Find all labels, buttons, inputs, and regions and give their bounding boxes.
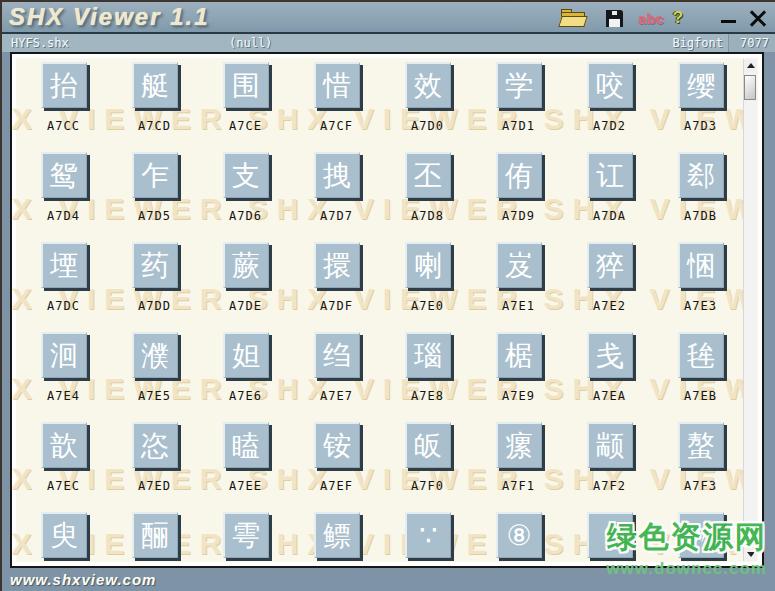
glyph-button[interactable]: 皈 (405, 422, 451, 468)
glyph-button[interactable]: 郄 (678, 152, 724, 198)
glyph-cell: ᵉ (564, 512, 655, 568)
glyph-cell: 歆A7EC (18, 422, 109, 512)
glyph-code-label: A7DD (138, 299, 171, 313)
glyph-button[interactable]: 侑 (496, 152, 542, 198)
glyph-cell: 悃A7E3 (655, 242, 746, 332)
glyph-button[interactable]: ᵉ (587, 512, 633, 558)
glyph-button[interactable]: ∵ (405, 512, 451, 558)
glyph-button[interactable]: 悃 (678, 242, 724, 288)
glyph-button[interactable]: 铵 (314, 422, 360, 468)
glyph-cell: 瞌A7EE (200, 422, 291, 512)
glyph-button[interactable]: 丕 (405, 152, 451, 198)
glyph-cell: 毪A7EB (655, 332, 746, 422)
glyph-cell: 讧A7DA (564, 152, 655, 242)
glyph-code-label: A7EB (684, 389, 717, 403)
glyph-button[interactable]: 艇 (132, 62, 178, 108)
help-button[interactable]: ? (668, 8, 688, 28)
glyph-code-label: A7D0 (411, 119, 444, 133)
glyph-code-label: A7D1 (502, 119, 535, 133)
glyph-code-label: A7E8 (411, 389, 444, 403)
glyph-code-label: A7DC (47, 299, 80, 313)
glyph-code-label: A7D2 (593, 119, 626, 133)
website-label: www.shxview.com (10, 571, 156, 588)
glyph-button[interactable]: 妲 (223, 332, 269, 378)
glyph-button[interactable]: 鳔 (314, 512, 360, 558)
glyph-code-label: A7D5 (138, 209, 171, 223)
glyph-button[interactable]: 围 (223, 62, 269, 108)
glyph-button[interactable]: 恣 (132, 422, 178, 468)
glyph-button[interactable]: 学 (496, 62, 542, 108)
glyph-button[interactable]: 雩 (223, 512, 269, 558)
glyph-button[interactable]: 瑙 (405, 332, 451, 378)
glyph-button[interactable]: 螯 (678, 422, 724, 468)
glyph-code-label: A7E5 (138, 389, 171, 403)
glyph-cell: 堙A7DC (18, 242, 109, 332)
status-glyph-count: 7077 (740, 36, 769, 50)
glyph-button[interactable]: 缨 (678, 62, 724, 108)
glyph-cell: 臾 (18, 512, 109, 568)
glyph-cell: 颛A7F2 (564, 422, 655, 512)
glyph-code-label: A7F2 (593, 479, 626, 493)
vertical-scrollbar[interactable] (743, 59, 757, 561)
minimize-icon (721, 20, 736, 23)
scroll-down-arrow-icon[interactable] (744, 548, 757, 561)
glyph-button[interactable]: 〃 (678, 512, 724, 558)
scroll-up-arrow-icon[interactable] (744, 59, 757, 72)
glyph-button[interactable]: 拽 (314, 152, 360, 198)
glyph-cell: ⑧ (473, 512, 564, 568)
glyph-code-label: A7E1 (502, 299, 535, 313)
glyph-button[interactable]: ⑧ (496, 512, 542, 558)
glyph-code-label: A7DE (229, 299, 262, 313)
glyph-cell: 蕨A7DE (200, 242, 291, 332)
glyph-cell: 洄A7E4 (18, 332, 109, 422)
glyph-button[interactable]: 乍 (132, 152, 178, 198)
glyph-cell: 乍A7D5 (109, 152, 200, 242)
glyph-button[interactable]: 讧 (587, 152, 633, 198)
glyph-button[interactable]: 惜 (314, 62, 360, 108)
glyph-button[interactable]: 毪 (678, 332, 724, 378)
glyph-cell: 猝A7E2 (564, 242, 655, 332)
glyph-button[interactable]: 堙 (41, 242, 87, 288)
glyph-button[interactable]: 支 (223, 152, 269, 198)
glyph-button[interactable]: 喇 (405, 242, 451, 288)
glyph-cell: 抬A7CC (18, 62, 109, 152)
glyph-button[interactable]: 戋 (587, 332, 633, 378)
glyph-code-label: A7E0 (411, 299, 444, 313)
glyph-cell: 恣A7ED (109, 422, 200, 512)
scrollbar-thumb[interactable] (744, 75, 756, 100)
glyph-button[interactable]: 椐 (496, 332, 542, 378)
glyph-button[interactable]: 酾 (132, 512, 178, 558)
glyph-button[interactable]: 濮 (132, 332, 178, 378)
glyph-button[interactable]: 岌 (496, 242, 542, 288)
minimize-button[interactable] (718, 8, 740, 28)
glyph-button[interactable]: 效 (405, 62, 451, 108)
glyph-button[interactable]: 颛 (587, 422, 633, 468)
open-file-button[interactable] (560, 8, 586, 28)
glyph-button[interactable]: 药 (132, 242, 178, 288)
text-preview-button[interactable]: abc (634, 8, 668, 28)
glyph-button[interactable]: 瞌 (223, 422, 269, 468)
glyph-button[interactable]: 洄 (41, 332, 87, 378)
glyph-button[interactable]: 擐 (314, 242, 360, 288)
glyph-button[interactable]: 猝 (587, 242, 633, 288)
glyph-cell: 鸳A7D4 (18, 152, 109, 242)
glyph-button[interactable]: 鸳 (41, 152, 87, 198)
glyph-cell: 椐A7E9 (473, 332, 564, 422)
glyph-button[interactable]: 歆 (41, 422, 87, 468)
status-filename: HYFS.shx (11, 36, 69, 50)
glyph-cell: 学A7D1 (473, 62, 564, 152)
glyph-button[interactable]: 绉 (314, 332, 360, 378)
glyph-button[interactable]: 咬 (587, 62, 633, 108)
glyph-code-label: A7EE (229, 479, 262, 493)
status-null-text: (null) (229, 36, 272, 50)
glyph-client-area: SHX VIEWER SHX VIEWER SHX VIEWER SHX VIE… (10, 52, 764, 568)
close-button[interactable] (746, 8, 770, 28)
glyph-button[interactable]: 臾 (41, 512, 87, 558)
glyph-cell: 岌A7E1 (473, 242, 564, 332)
glyph-grid: 抬A7CC艇A7CD围A7CE惜A7CF效A7D0学A7D1咬A7D2缨A7D3… (18, 62, 752, 568)
glyph-button[interactable]: 蕨 (223, 242, 269, 288)
glyph-cell: 喇A7E0 (382, 242, 473, 332)
save-button[interactable] (603, 8, 629, 28)
glyph-button[interactable]: 抬 (41, 62, 87, 108)
glyph-button[interactable]: 瘰 (496, 422, 542, 468)
